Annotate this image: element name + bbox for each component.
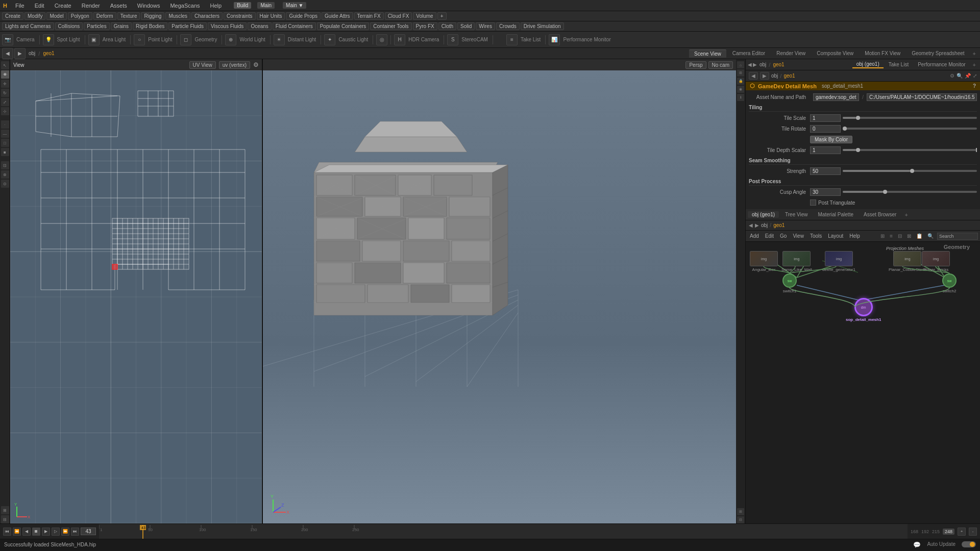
tl-next-key-btn[interactable]: ⏩: [61, 528, 69, 536]
tb-texture[interactable]: Texture: [117, 12, 140, 20]
cusp-angle-slider[interactable]: [843, 191, 977, 193]
tb-cloudfx[interactable]: Cloud FX: [385, 12, 412, 20]
strip-lock-icon[interactable]: 🔒: [737, 78, 744, 85]
tb-particles[interactable]: Particles: [84, 22, 109, 30]
tl-zoom-in[interactable]: +: [958, 528, 966, 536]
ng-fwd[interactable]: ▶: [755, 222, 759, 228]
tl-zoom-out[interactable]: -: [969, 528, 977, 536]
tab-scene-view[interactable]: Scene View: [689, 49, 726, 58]
tb-particle-fluids[interactable]: Particle Fluids: [168, 22, 207, 30]
ng-path-geo1[interactable]: geo1: [773, 222, 785, 228]
world-light-icon[interactable]: ⊕: [225, 34, 236, 45]
sidebar-collapse-icon[interactable]: ⊟: [1, 515, 9, 523]
tab-plus[interactable]: +: [971, 51, 978, 57]
right-tab-take-list[interactable]: Take List: [885, 61, 913, 68]
tb-muscles[interactable]: Muscles: [165, 12, 190, 20]
ng-tab-material[interactable]: Material Palette: [814, 211, 857, 218]
sidebar-transform-icon[interactable]: ✛: [1, 80, 9, 88]
ng-layout[interactable]: Layout: [826, 233, 845, 239]
ng-path-obj[interactable]: obj: [761, 222, 768, 228]
tb-pyrofx[interactable]: Pyro FX: [413, 22, 437, 30]
ng-edit[interactable]: Edit: [763, 233, 776, 239]
props-path-obj[interactable]: obj: [771, 73, 778, 79]
tl-start-btn[interactable]: ⏮: [3, 528, 11, 536]
strip-info-icon[interactable]: ℹ: [737, 94, 744, 101]
tb-container-tools[interactable]: Container Tools: [370, 22, 411, 30]
menu-assets[interactable]: Assets: [108, 2, 129, 10]
switch1-node[interactable]: sw switch1: [782, 273, 797, 293]
tl-play-rev-btn[interactable]: ◀: [22, 528, 31, 536]
post-triangulate-checkbox[interactable]: [810, 199, 816, 206]
ambient-icon[interactable]: ◎: [376, 34, 387, 45]
tb-hairunits[interactable]: Hair Units: [257, 12, 285, 20]
props-expand-icon[interactable]: ⤢: [973, 73, 977, 79]
ng-icon2[interactable]: ≡: [888, 233, 894, 239]
tb-viscous-fluids[interactable]: Viscous Fluids: [208, 22, 247, 30]
ng-go[interactable]: Go: [778, 233, 789, 239]
sidebar-view-icon[interactable]: 👁: [1, 70, 9, 79]
sidebar-select-icon[interactable]: ↖: [1, 61, 9, 69]
ng-icon1[interactable]: ⊞: [879, 233, 886, 239]
ng-tab-treeview[interactable]: Tree View: [781, 211, 812, 218]
menu-windows[interactable]: Windows: [135, 2, 162, 10]
tb-guideprops[interactable]: Guide Props: [286, 12, 321, 20]
tb-populate-containers[interactable]: Populate Containers: [317, 22, 370, 30]
spot-light-icon[interactable]: 💡: [43, 34, 54, 45]
ng-icon3[interactable]: ⊟: [896, 233, 903, 239]
area-light-icon[interactable]: ▣: [88, 34, 100, 45]
cusp-angle-input[interactable]: [810, 188, 841, 196]
strip-collapse-icon[interactable]: ⊟: [737, 516, 744, 523]
some-like-wall-node[interactable]: img Some_Like_Wall: [781, 251, 812, 272]
tl-play-real-btn[interactable]: ▷: [52, 528, 60, 536]
path-obj[interactable]: obj: [27, 51, 37, 56]
chat-icon[interactable]: 💬: [913, 541, 921, 548]
nav-back-icon[interactable]: ◀: [2, 48, 13, 59]
camera-icon[interactable]: 📷: [2, 34, 13, 45]
timeline-ruler[interactable]: 1 50 100 150 200 250 43: [99, 524, 908, 539]
define-generator-node[interactable]: img define_generator1: [822, 251, 855, 272]
sidebar-magnet-icon[interactable]: ⊛: [1, 170, 9, 179]
right-path-geo1[interactable]: geo1: [771, 62, 786, 67]
menu-render[interactable]: Render: [80, 2, 102, 10]
tab-motion-fx[interactable]: Motion FX View: [860, 49, 905, 57]
tb-crowds[interactable]: Crowds: [496, 22, 520, 30]
right-tab-nav-fwd[interactable]: ▶: [753, 62, 757, 67]
ng-tab-obj[interactable]: obj (geo1): [748, 211, 779, 218]
tile-depth-slider[interactable]: [843, 149, 977, 151]
sidebar-handle-icon[interactable]: ⊹: [1, 107, 9, 115]
tile-scale-input[interactable]: [810, 114, 841, 122]
right-tab-nav-back[interactable]: ◀: [748, 62, 752, 67]
uv-canvas[interactable]: X Y: [10, 70, 262, 523]
tab-composite-view[interactable]: Composite View: [812, 49, 859, 57]
sidebar-edge-icon[interactable]: —: [1, 130, 9, 138]
tab-camera-editor[interactable]: Camera Editor: [727, 49, 770, 57]
uv-vertex-dropdown[interactable]: uv (vertex): [219, 61, 250, 69]
ng-search-input[interactable]: Search: [937, 233, 978, 240]
tb-create[interactable]: Create: [2, 12, 23, 20]
ng-icon4[interactable]: ⊠: [905, 233, 913, 239]
ng-icon5[interactable]: 📋: [915, 233, 924, 239]
sop-detail-mesh1-node[interactable]: dm sop_detail_mesh1: [846, 298, 881, 322]
asset-path-input[interactable]: [867, 93, 977, 101]
strength-input[interactable]: [810, 167, 841, 175]
tb-constraints[interactable]: Constraints: [224, 12, 256, 20]
tile-depth-input[interactable]: [810, 146, 841, 154]
tb-characters[interactable]: Characters: [191, 12, 223, 20]
strip-vis-icon[interactable]: ◉: [737, 86, 744, 93]
tb-rigid-bodies[interactable]: Rigid Bodies: [133, 22, 167, 30]
asset-name-input[interactable]: [813, 93, 859, 101]
tb-terrainfx[interactable]: Terrain FX: [354, 12, 384, 20]
hdr-camera-icon[interactable]: H: [394, 34, 405, 45]
props-settings-icon[interactable]: ⚙: [950, 73, 954, 79]
props-path-geo1[interactable]: geo1: [783, 73, 795, 79]
props-help-icon[interactable]: ?: [973, 83, 976, 89]
tb-oceans[interactable]: Oceans: [248, 22, 271, 30]
geometry-icon[interactable]: ◻: [180, 34, 191, 45]
sidebar-scale-icon[interactable]: ⤢: [1, 98, 9, 106]
switch2-node[interactable]: sw switch2: [942, 273, 957, 293]
sidebar-point-icon[interactable]: ·: [1, 120, 9, 129]
stereo-cam-icon[interactable]: S: [447, 34, 458, 45]
props-back[interactable]: ◀: [749, 72, 758, 80]
angular-box-node[interactable]: img Angular_Box: [750, 251, 778, 272]
sidebar-expand-icon[interactable]: ⊞: [1, 506, 9, 514]
